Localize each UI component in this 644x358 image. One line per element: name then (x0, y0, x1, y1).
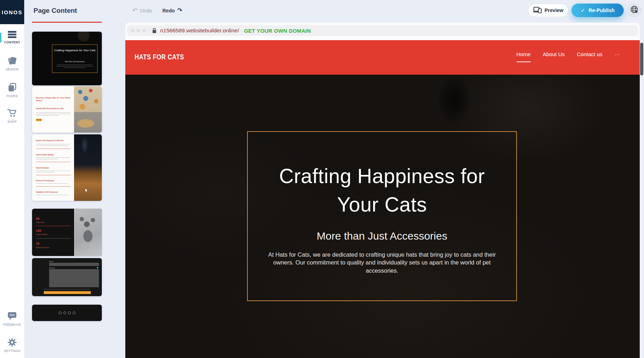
site-header[interactable]: HATS FOR CATS Home About Us Contact us ·… (125, 40, 640, 75)
thumb-form-edit-icon (97, 267, 98, 268)
hero-title[interactable]: Crafting Happiness for Your Cats (248, 162, 516, 219)
pages-icon (7, 83, 17, 92)
undo-button[interactable]: ↶ Undo (132, 8, 152, 14)
hero-title-line2: Your Cats (337, 193, 427, 216)
window-dot (142, 29, 146, 32)
sidebar-item-shop[interactable]: SHOP (0, 108, 24, 123)
thumb-selection-outline: Crafting Happiness for Your Cats More th… (52, 44, 98, 73)
thumb-features-heading: Discover Unique Hats for Your Feline Fri… (36, 97, 72, 102)
ionos-logo: IONOS (0, 0, 24, 24)
republish-button[interactable]: ✓ Re-Publish (571, 4, 624, 17)
thumb-social-icons (32, 311, 102, 314)
site-logo[interactable]: HATS FOR CATS (135, 53, 184, 61)
sidebar: IONOS CONTENT DESIGN (0, 0, 24, 358)
sidebar-item-label: FEEDBACK (3, 323, 21, 326)
nav-item-home[interactable]: Home (517, 51, 531, 59)
thumb-hero-subtitle: More than Just Accessories (52, 61, 97, 63)
redo-button[interactable]: Redo ↷ (162, 8, 182, 14)
site-preview-window: n1566589.websitebuilder.online/ GET YOUR… (125, 23, 640, 358)
social-icon (73, 311, 75, 314)
stat-value: 150 (36, 229, 41, 233)
social-icon (68, 311, 71, 314)
get-domain-link[interactable]: GET YOUR OWN DOMAIN (244, 28, 311, 34)
sidebar-item-design[interactable]: DESIGN (0, 56, 24, 71)
preview-scrollbar-thumb[interactable] (640, 43, 643, 75)
sidebar-item-pages[interactable]: PAGES (0, 83, 24, 98)
text-placeholder-line (36, 144, 70, 144)
preview-button[interactable]: Preview (528, 4, 569, 17)
website-builder-app: IONOS CONTENT DESIGN (0, 0, 644, 358)
thumb-paw-print-photo (74, 209, 102, 256)
thumb-section-heading: Stylish Designs (36, 167, 72, 169)
lock-icon (152, 28, 157, 33)
text-placeholder-line (36, 171, 70, 171)
text-placeholder-line (44, 289, 90, 289)
sidebar-item-feedback[interactable]: FEEDBACK (0, 311, 24, 326)
preview-scrollbar-track (640, 40, 643, 358)
nav-item-contact[interactable]: Contact us (577, 51, 602, 59)
sidebar-item-label: PAGES (6, 94, 17, 98)
thumb-hero-title: Crafting Happiness for Your Cats (54, 48, 96, 52)
section-thumbnail-hero[interactable]: Crafting Happiness for Your Cats More th… (32, 32, 102, 85)
section-thumbnail-contact-form[interactable]: Name* Message (32, 258, 102, 296)
hero-title-line1: Crafting Happiness for (279, 165, 485, 187)
social-icon (59, 311, 62, 314)
thumb-form-name-label: Name* (49, 261, 53, 262)
divider (36, 162, 71, 162)
undo-arrow-icon: ↶ (132, 8, 137, 14)
text-placeholder-line (36, 172, 54, 172)
undo-label: Undo (140, 8, 152, 14)
nav-overflow-ellipsis[interactable]: ··· (614, 51, 620, 59)
text-placeholder-line (56, 66, 93, 66)
stat-label: Happy Cats (36, 221, 44, 223)
thumb-shop-now-button: Shop Now (36, 119, 42, 121)
hero-paragraph[interactable]: At Hats for Cats, we are dedicated to cr… (262, 251, 502, 274)
check-icon: ✓ (581, 7, 585, 14)
mouse-cursor-icon (85, 188, 89, 194)
feedback-icon (7, 311, 17, 321)
window-dot (137, 29, 140, 32)
thumb-section-heading: Explore Our Exquisite Collection (36, 139, 72, 141)
text-placeholder-line (36, 112, 70, 113)
design-icon (7, 56, 17, 65)
text-placeholder-line (36, 145, 68, 146)
selected-element-outline[interactable]: Crafting Happiness for Your Cats More th… (247, 131, 517, 301)
sidebar-item-label: CONTENT (4, 41, 20, 44)
thumb-form-submit-button (44, 291, 91, 294)
hero-subtitle[interactable]: More than Just Accessories (248, 230, 516, 242)
hero-section[interactable]: Crafting Happiness for Your Cats More th… (125, 75, 640, 358)
nav-item-about[interactable]: About Us (543, 51, 565, 59)
text-placeholder-line (64, 68, 85, 68)
content-icon (7, 31, 17, 38)
social-icon (63, 311, 66, 314)
section-thumbnail-features[interactable]: Discover Unique Hats for Your Feline Fri… (32, 86, 102, 133)
thumb-section-heading: Hand-Crafted Quality (36, 154, 72, 156)
sidebar-item-label: SHOP (7, 120, 17, 123)
browser-window-dots (131, 29, 146, 32)
sidebar-item-settings[interactable]: SETTINGS (0, 338, 24, 353)
section-thumbnail-stats[interactable]: 5k Happy Cats 150 Unique Designs 1k Repe… (32, 209, 102, 256)
gear-icon (7, 338, 17, 347)
section-thumbnail-footer[interactable] (32, 305, 102, 321)
page-content-panel: Page Content Crafting Happiness for Your… (24, 0, 108, 358)
sidebar-item-label: DESIGN (6, 68, 19, 71)
language-globe-button[interactable] (627, 3, 642, 17)
thumb-form-name-input (49, 263, 99, 266)
section-thumbnail-collection[interactable]: Explore Our Exquisite Collection Hand-Cr… (32, 134, 102, 201)
stat-label: Unique Designs (36, 234, 47, 235)
thumb-features-subheading: Handcrafted Exclusively for Cats (36, 107, 72, 109)
thumb-form-message-label: Message (49, 267, 55, 269)
sidebar-item-content[interactable]: CONTENT (0, 31, 24, 44)
thumb-cats-street-photo (74, 86, 102, 133)
republish-label: Re-Publish (588, 7, 614, 13)
thumb-section-heading: Suitable for All Occasions (36, 191, 72, 193)
text-placeholder-line (36, 183, 67, 184)
text-placeholder-line (36, 157, 70, 158)
divider (36, 186, 71, 187)
stat-value: 1k (36, 242, 40, 245)
sidebar-item-label: SETTINGS (4, 349, 21, 353)
text-placeholder-line (36, 114, 70, 114)
page-title: Page Content (33, 7, 77, 15)
stat-label: Repeat Customers (36, 247, 49, 249)
thumb-section-heading: Perfect Fit Guarantee (36, 180, 72, 182)
